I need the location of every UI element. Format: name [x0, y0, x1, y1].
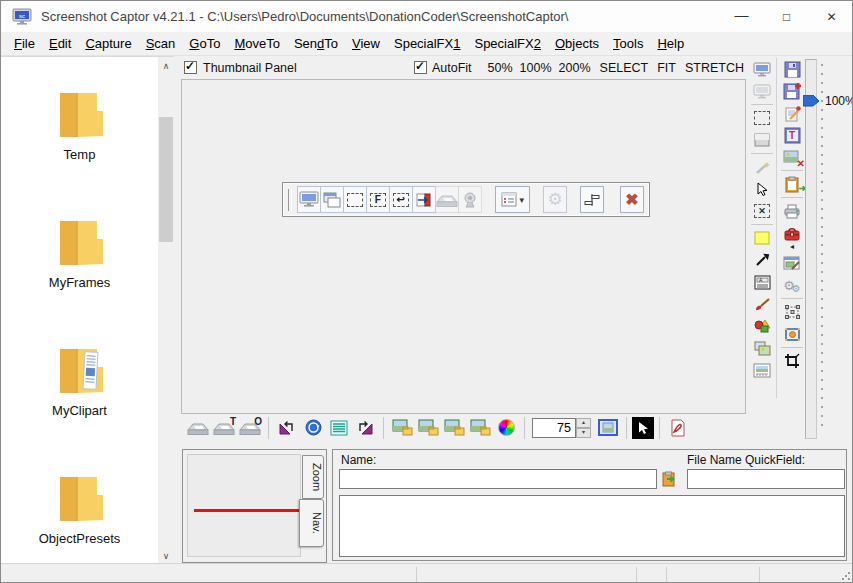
- sidebar-scrollbar[interactable]: ∧ ∨: [158, 57, 174, 564]
- spin-down-button[interactable]: ▾: [576, 428, 591, 438]
- menu-scan[interactable]: Scan: [139, 33, 183, 54]
- resize-grip[interactable]: [841, 571, 851, 581]
- capture-options-button[interactable]: ▾: [495, 186, 530, 213]
- screen-inactive-tool-button[interactable]: [750, 81, 774, 101]
- app-icon[interactable]: sc: [11, 8, 33, 26]
- apply-name-button[interactable]: [661, 470, 678, 490]
- adjust-image-button-2[interactable]: [415, 416, 441, 440]
- repeat-last-region-button[interactable]: ↩: [389, 186, 413, 213]
- menu-file[interactable]: File: [7, 33, 42, 54]
- dock-toggle-button[interactable]: [580, 186, 604, 213]
- text-panel-button[interactable]: [326, 416, 352, 440]
- scan-button[interactable]: [185, 416, 211, 440]
- close-toolbar-button[interactable]: ✖: [620, 186, 644, 213]
- scan-ocr-button[interactable]: O: [237, 416, 263, 440]
- tab-zoom[interactable]: Zoom: [302, 455, 324, 499]
- autofit-checkbox[interactable]: ✓: [414, 61, 427, 74]
- menu-goto[interactable]: GoTo: [182, 33, 227, 54]
- zoom-slider-track[interactable]: [805, 59, 817, 439]
- menu-objects[interactable]: Objects: [548, 33, 606, 54]
- copy-to-clipboard-button[interactable]: ➜: [780, 174, 804, 194]
- workspace-canvas[interactable]: F ↩: [181, 79, 746, 414]
- zoom-100-option[interactable]: 100%: [520, 61, 552, 75]
- save-as-new-button[interactable]: [780, 81, 804, 101]
- scrollbar-thumb[interactable]: [159, 117, 173, 242]
- crop-button[interactable]: [780, 351, 804, 371]
- toolbox-flyout-arrow-icon[interactable]: ◂: [790, 244, 794, 252]
- maximize-button[interactable]: □: [764, 1, 809, 32]
- object-select-button[interactable]: [780, 324, 804, 344]
- menu-help[interactable]: Help: [650, 33, 691, 54]
- name-input[interactable]: [339, 469, 657, 489]
- cursor-capture-button[interactable]: [632, 417, 654, 439]
- quickfield-input[interactable]: [687, 469, 845, 489]
- menu-view[interactable]: View: [345, 33, 387, 54]
- frame-preview-button[interactable]: [595, 416, 621, 440]
- scrolling-capture-button[interactable]: [412, 186, 436, 213]
- thumbnail-size-input[interactable]: [532, 418, 576, 438]
- minimize-button[interactable]: —: [719, 1, 764, 32]
- zoom-200-option[interactable]: 200%: [559, 61, 591, 75]
- delete-image-button[interactable]: ✕: [780, 147, 804, 167]
- shapes-tool-button[interactable]: [750, 316, 774, 336]
- toolbar-grip-handle[interactable]: [288, 189, 292, 211]
- scanner-capture-button[interactable]: [435, 186, 459, 213]
- menu-capture[interactable]: Capture: [78, 33, 138, 54]
- clipart-tool-button[interactable]: [750, 338, 774, 358]
- brush-tool-button[interactable]: [750, 294, 774, 314]
- edit-note-button[interactable]: [780, 103, 804, 123]
- sidebar-splitter[interactable]: [174, 56, 181, 563]
- screen-tool-button[interactable]: [750, 59, 774, 79]
- text-tool-button[interactable]: T: [780, 125, 804, 145]
- deselect-tool-button[interactable]: ✕: [750, 201, 774, 221]
- menu-edit[interactable]: Edit: [42, 33, 78, 54]
- zoom-slider-thumb[interactable]: [803, 95, 820, 110]
- caption-tool-button[interactable]: A: [750, 272, 774, 292]
- capture-settings-button[interactable]: ⚙: [543, 186, 567, 213]
- menu-moveto[interactable]: MoveTo: [227, 33, 287, 54]
- save-button[interactable]: [780, 59, 804, 79]
- solid-region-tool-button[interactable]: [750, 130, 774, 150]
- rotate-left-button[interactable]: [274, 416, 300, 440]
- grab-window-button[interactable]: [320, 186, 344, 213]
- grab-screen-button[interactable]: [297, 186, 321, 213]
- webcam-capture-button[interactable]: [458, 186, 482, 213]
- frame-tool-button[interactable]: [750, 360, 774, 380]
- scroll-down-icon[interactable]: ∨: [158, 547, 174, 564]
- pointer-tool-button[interactable]: [750, 179, 774, 199]
- notes-field[interactable]: [339, 495, 845, 557]
- region-select-tool-button[interactable]: [750, 108, 774, 128]
- resize-selection-button[interactable]: [780, 302, 804, 322]
- adjust-image-button-3[interactable]: [441, 416, 467, 440]
- scan-text-button[interactable]: T: [211, 416, 237, 440]
- folder-item-myframes[interactable]: MyFrames: [1, 218, 158, 290]
- print-button[interactable]: [780, 201, 804, 221]
- color-wheel-button[interactable]: [493, 416, 519, 440]
- folder-item-objectpresets[interactable]: ObjectPresets: [1, 474, 158, 546]
- folder-item-myclipart[interactable]: MyClipart: [1, 346, 158, 418]
- adjust-image-button-4[interactable]: [467, 416, 493, 440]
- reset-view-button[interactable]: [300, 416, 326, 440]
- folder-item-temp[interactable]: Temp: [1, 90, 158, 162]
- arrow-tool-button[interactable]: [750, 250, 774, 270]
- grab-fixed-region-button[interactable]: F: [366, 186, 390, 213]
- grab-region-button[interactable]: [343, 186, 367, 213]
- highlight-tool-button[interactable]: [750, 228, 774, 248]
- tab-nav[interactable]: Nav.: [299, 499, 324, 547]
- rotate-right-button[interactable]: [352, 416, 378, 440]
- zoom-fit-option[interactable]: FIT: [657, 61, 676, 75]
- zoom-select-option[interactable]: SELECT: [600, 61, 649, 75]
- smart-wand-tool-button[interactable]: [750, 157, 774, 177]
- toolbox-button[interactable]: [780, 223, 804, 243]
- menu-specialfx1[interactable]: SpecialFX1: [387, 33, 467, 54]
- thumbnail-panel-checkbox[interactable]: ✓: [184, 61, 197, 74]
- adjust-image-button-1[interactable]: [389, 416, 415, 440]
- scroll-up-icon[interactable]: ∧: [158, 57, 174, 74]
- zoom-50-option[interactable]: 50%: [488, 61, 513, 75]
- zoom-stretch-option[interactable]: STRETCH: [685, 61, 744, 75]
- close-button[interactable]: ✕: [809, 1, 853, 32]
- settings-gears-button[interactable]: ⚙⚙: [780, 275, 804, 295]
- menu-tools[interactable]: Tools: [606, 33, 650, 54]
- zoom-preview-area[interactable]: [187, 454, 301, 557]
- paint-edit-button[interactable]: [780, 253, 804, 273]
